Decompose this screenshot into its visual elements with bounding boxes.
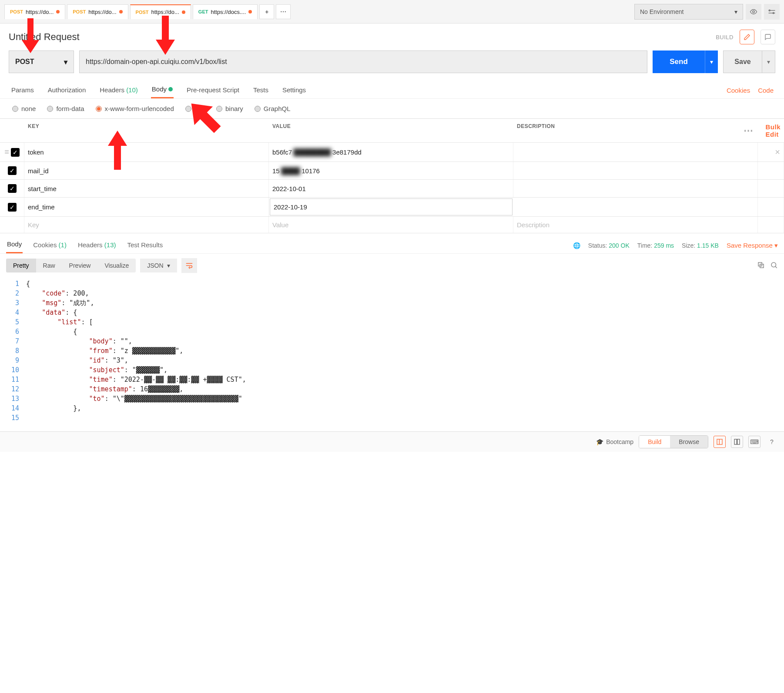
resp-tab-cookies[interactable]: Cookies (1)	[32, 239, 67, 253]
tab-authorization[interactable]: Authorization	[47, 83, 87, 98]
unsaved-dot-icon	[119, 10, 123, 13]
body-type-graphql[interactable]: GraphQL	[255, 105, 291, 112]
table-row[interactable]: ✓ end_time 2022-10-19	[0, 198, 784, 217]
modified-dot-icon	[168, 87, 173, 91]
checkbox-icon[interactable]: ✓	[11, 148, 20, 157]
tab-params[interactable]: Params	[10, 83, 35, 98]
response-body[interactable]: 123456789101112131415 { "code": 200, "ms…	[0, 277, 784, 431]
environment-select[interactable]: No Environment▾	[634, 4, 743, 20]
table-row[interactable]: ✓ start_time 2022-10-01	[0, 180, 784, 198]
unsaved-dot-icon	[248, 10, 252, 13]
checkbox-icon[interactable]: ✓	[8, 184, 17, 193]
more-icon[interactable]: ⋯	[744, 125, 754, 136]
line-wrap-icon[interactable]	[181, 258, 197, 273]
tab-overflow-button[interactable]: ⋯	[276, 4, 291, 19]
settings-icon[interactable]	[764, 4, 780, 20]
save-options-button[interactable]: ▾	[762, 50, 775, 73]
bootcamp-link[interactable]: 🎓Bootcamp	[596, 438, 633, 445]
copy-icon[interactable]	[757, 261, 765, 270]
checkbox-icon[interactable]: ✓	[8, 166, 17, 175]
body-type-none[interactable]: none	[12, 105, 36, 112]
save-response-button[interactable]: Save Response ▾	[727, 242, 778, 249]
new-tab-button[interactable]: +	[259, 4, 274, 19]
svg-rect-13	[737, 439, 740, 444]
graduation-icon: 🎓	[596, 438, 603, 445]
build-badge: BUILD	[716, 34, 734, 40]
request-title[interactable]: Untitled Request	[9, 31, 80, 43]
body-type-raw[interactable]: raw	[185, 105, 205, 112]
svg-line-9	[775, 266, 777, 268]
chevron-down-icon: ▾	[734, 8, 737, 15]
tab-headers[interactable]: Headers (10)	[99, 83, 139, 98]
two-pane-icon[interactable]	[731, 436, 743, 448]
sidebar-toggle-icon[interactable]	[714, 436, 726, 448]
kv-head-key: KEY	[24, 119, 269, 142]
mode-build[interactable]: Build	[639, 436, 670, 448]
comment-icon[interactable]	[761, 30, 775, 44]
help-icon[interactable]: ?	[766, 436, 778, 448]
environment-quicklook-icon[interactable]	[746, 4, 761, 20]
tab-request-3[interactable]: GEThttps://docs....	[193, 4, 258, 19]
svg-point-0	[753, 10, 755, 13]
edit-icon[interactable]	[740, 30, 754, 44]
resp-tab-testresults[interactable]: Test Results	[126, 239, 164, 253]
chevron-down-icon: ▾	[167, 262, 170, 269]
svg-rect-12	[734, 439, 737, 444]
table-row[interactable]: ✓ mail_id 15████10176	[0, 162, 784, 180]
tab-request-2[interactable]: POSThttps://do...	[130, 4, 191, 19]
tab-prerequest[interactable]: Pre-request Script	[186, 83, 240, 98]
drag-handle-icon[interactable]: ≡	[4, 148, 9, 157]
body-type-binary[interactable]: binary	[216, 105, 243, 112]
view-preview[interactable]: Preview	[62, 259, 98, 272]
tab-request-1[interactable]: POSThttps://do...	[67, 4, 128, 19]
cookies-link[interactable]: Cookies	[727, 87, 750, 94]
search-icon[interactable]	[770, 261, 778, 270]
table-row[interactable]: ≡ ✓ token b56fc7████████3e8179dd ×	[0, 143, 784, 162]
kv-table: KEY VALUE DESCRIPTION ⋯ Bulk Edit ≡ ✓ to…	[0, 118, 784, 233]
tab-body[interactable]: Body	[151, 82, 174, 98]
bulk-edit-link[interactable]: Bulk Edit	[765, 123, 781, 138]
body-type-formdata[interactable]: form-data	[47, 105, 84, 112]
send-options-button[interactable]: ▾	[705, 50, 718, 73]
unsaved-dot-icon	[56, 10, 60, 13]
top-tab-bar: POSThttps://do... POSThttps://do... POST…	[0, 0, 784, 24]
resp-tab-body[interactable]: Body	[6, 238, 23, 253]
save-button[interactable]: Save	[723, 50, 762, 73]
unsaved-dot-icon	[182, 10, 185, 14]
mode-browse[interactable]: Browse	[670, 436, 708, 448]
keyboard-icon[interactable]: ⌨	[748, 436, 761, 448]
table-row-new[interactable]: Key Value Description	[0, 217, 784, 233]
code-link[interactable]: Code	[758, 87, 774, 94]
view-pretty[interactable]: Pretty	[6, 259, 36, 272]
send-button[interactable]: Send	[653, 50, 705, 73]
body-type-xwww[interactable]: x-www-form-urlencoded	[96, 105, 174, 112]
view-raw[interactable]: Raw	[36, 259, 62, 272]
network-icon[interactable]: 🌐	[573, 242, 580, 249]
format-select[interactable]: JSON▾	[140, 259, 177, 272]
tab-tests[interactable]: Tests	[252, 83, 269, 98]
checkbox-icon[interactable]: ✓	[8, 203, 17, 212]
resp-tab-headers[interactable]: Headers (13)	[77, 239, 117, 253]
tab-request-0[interactable]: POSThttps://do...	[4, 4, 65, 19]
chevron-down-icon: ▾	[64, 58, 67, 66]
svg-point-8	[771, 262, 776, 267]
kv-head-desc: DESCRIPTION	[513, 119, 758, 142]
url-input[interactable]	[79, 50, 647, 73]
kv-head-value: VALUE	[269, 119, 513, 142]
delete-row-icon[interactable]: ×	[775, 147, 780, 157]
method-select[interactable]: POST▾	[9, 50, 74, 73]
tab-settings[interactable]: Settings	[281, 83, 307, 98]
view-visualize[interactable]: Visualize	[97, 259, 136, 272]
